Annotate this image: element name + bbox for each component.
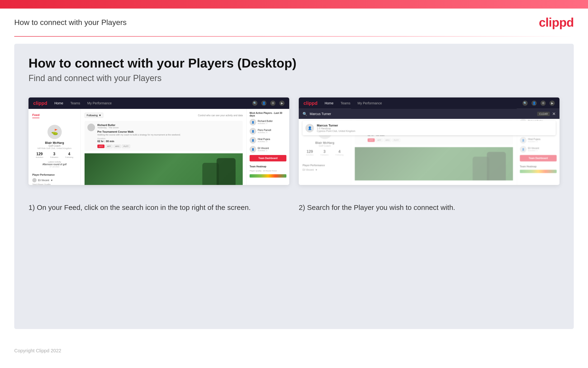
duration-val-1: 02 hr : 00 min: [97, 140, 240, 143]
player-avatar-1-2: 👤: [250, 137, 256, 144]
caption-2: 2) Search for the Player you wish to con…: [299, 197, 560, 218]
search-result[interactable]: 👤 Marcus Turner 1-5 Handicap Cypress Poi…: [303, 121, 556, 135]
player-performance-section-2: Player Performance Eli Vincent ▼: [303, 164, 347, 171]
following-bar-1: Following ▼ Control who can see your act…: [85, 113, 243, 118]
player-select-2: Eli Vincent ▼: [303, 169, 347, 171]
activity-avatar-1: [88, 124, 95, 131]
profile-role-1: Golf Coach: [32, 145, 77, 147]
player-info-1-1: Piers Parnell Activities: 4: [258, 129, 271, 134]
activity-content-1: Richard Butler Yesterday · The Grove Pre…: [97, 124, 240, 148]
search-icon-2[interactable]: 🔍: [522, 101, 528, 106]
player-info-1-2: Hiral Pujara Activities: 3: [258, 138, 270, 143]
heatmap-title-1: Team Heatmap: [250, 165, 286, 168]
footer: Copyright Clippd 2022: [0, 343, 588, 358]
heatmap-title-2: Team Heatmap: [520, 165, 557, 168]
close-icon[interactable]: ✕: [552, 111, 556, 117]
stat-following-2: 4 Following: [335, 149, 344, 156]
app-body-1: Feed ⛳ Blair McHarg Golf Coach Mill Ride…: [28, 109, 289, 185]
avatar-icon-2[interactable]: ▶: [550, 101, 555, 106]
settings-icon-1[interactable]: ⚙: [270, 101, 275, 106]
header-divider: [14, 36, 574, 37]
header: How to connect with your Players clippd: [0, 9, 588, 36]
copyright: Copyright Clippd 2022: [14, 348, 61, 353]
nav-myperformance-2: My Performance: [357, 101, 382, 105]
player-info-1-0: Richard Butler Activities: 7: [258, 120, 273, 125]
player-avatar-1-0: 👤: [250, 119, 256, 126]
player-row-2-3: 👤 Eli Vincent Activities: 1: [520, 146, 557, 153]
stats-row-1: 129 Activities 3 Followers 4 Following: [32, 152, 77, 158]
golf-image-1: [85, 153, 243, 185]
tag-arg-1[interactable]: ARG: [114, 145, 121, 148]
result-info: Marcus Turner 1-5 Handicap Cypress Point…: [317, 124, 355, 132]
clear-button[interactable]: CLEAR: [537, 112, 550, 116]
activity-title-1: Pre Tournament Course Walk: [97, 130, 240, 133]
player-list-1: 👤 Richard Butler Activities: 7 👤 Piers P…: [250, 119, 286, 153]
tag-app-1[interactable]: APP: [105, 145, 113, 148]
app-sidebar-1: Feed ⛳ Blair McHarg Golf Coach Mill Ride…: [28, 109, 81, 185]
tag-app-2: APP: [376, 138, 383, 142]
control-link-1[interactable]: Control who can see your activity and da…: [198, 114, 243, 117]
search-icon-1[interactable]: 🔍: [252, 101, 257, 106]
main-heading: How to connect with your Players (Deskto…: [28, 56, 560, 70]
caption-1: 1) On your Feed, click on the search ico…: [28, 197, 289, 218]
panel-2-body-wrapper: Feed ⛳ Blair McHarg Golf Coach 129 Activ…: [299, 109, 560, 185]
stat-followers-1: 3 Followers: [50, 152, 58, 158]
panel-1-feed: clippd Home Teams My Performance 🔍 👤 ⚙ ▶…: [28, 97, 289, 185]
team-dashboard-btn-2: Team Dashboard: [520, 155, 557, 161]
tag-arg-2: ARG: [384, 138, 391, 142]
tag-row-1: OTT APP ARG PUTT: [97, 145, 240, 148]
golfer1-2: [487, 152, 506, 180]
profile-name-1: Blair McHarg: [32, 141, 77, 145]
stat-activities-2: 129 Activities: [306, 149, 314, 156]
profile-club-1: Mill Ride Golf Club, United Kingdom: [32, 147, 77, 149]
tag-putt-1[interactable]: PUTT: [122, 145, 130, 148]
heatmap-bar-2: [520, 170, 557, 173]
caption-area: 1) On your Feed, click on the search ico…: [28, 197, 560, 218]
team-heatmap-2: Team Heatmap: [520, 165, 557, 173]
player-performance-section-1: Player Performance Eli Vincent ▼ Total P…: [32, 174, 77, 185]
feed-tab-1[interactable]: Feed: [32, 113, 39, 118]
player-info-2-3: Eli Vincent Activities: 1: [528, 147, 539, 152]
main-content: How to connect with your Players (Deskto…: [14, 44, 574, 329]
avatar-icon-1[interactable]: ▶: [279, 101, 284, 106]
stat-following-1: 4 Following: [65, 152, 73, 158]
duration-label-1: Duration: [97, 138, 240, 140]
app-logo-1: clippd: [33, 101, 47, 106]
top-bar: [0, 0, 588, 9]
nav-myperformance-1: My Performance: [87, 101, 112, 105]
following-dropdown-1[interactable]: Following ▼: [85, 113, 103, 118]
app-feed-1: Following ▼ Control who can see your act…: [81, 109, 246, 185]
heatmap-sub-1: Player Quality · 20 Round Trend: [250, 170, 286, 172]
player-select-1[interactable]: Eli Vincent ▼: [32, 178, 77, 182]
golfer1-1: [217, 158, 236, 185]
player-avatar-2-2: 👤: [520, 137, 527, 144]
profile-name-2: Blair McHarg: [303, 141, 347, 145]
team-dashboard-btn-1[interactable]: Team Dashboard: [250, 155, 286, 161]
settings-icon-2[interactable]: ⚙: [541, 101, 546, 106]
activity-user-1: Richard Butler Yesterday · The Grove: [97, 124, 240, 129]
page-title: How to connect with your Players: [14, 18, 127, 27]
activity-card-1: Richard Butler Yesterday · The Grove Pre…: [85, 121, 243, 151]
player-perf-title-1: Player Performance: [32, 174, 77, 176]
result-club: Cypress Point Club, United Kingdom: [317, 130, 355, 132]
search-input[interactable]: Marcus Turner: [310, 112, 535, 116]
result-name: Marcus Turner: [317, 124, 355, 127]
user-icon-1[interactable]: 👤: [261, 101, 266, 106]
golf-image-2: [355, 147, 513, 180]
player-avatar-2-3: 👤: [520, 146, 527, 153]
tag-ott-1[interactable]: OTT: [97, 145, 105, 148]
stats-row-2: 129 Activities 3 Followers 4 Following: [303, 149, 347, 156]
search-bar: 🔍 Marcus Turner CLEAR ✕: [299, 109, 560, 119]
latest-activity-label-1: Latest Activity: [32, 161, 77, 163]
nav-home-1: Home: [54, 101, 63, 105]
tag-row-2: OTT APP ARG PUTT: [368, 138, 510, 142]
heatmap-bar-1: [250, 174, 286, 178]
player-avatar-1-3: 👤: [250, 146, 256, 153]
player-row-1-1: 👤 Piers Parnell Activities: 4: [250, 128, 286, 135]
player-row-1-2: 👤 Hiral Pujara Activities: 3: [250, 137, 286, 144]
result-avatar: 👤: [305, 124, 314, 132]
user-icon-2[interactable]: 👤: [531, 101, 537, 106]
search-icon-overlay: 🔍: [303, 112, 307, 116]
player-info-1-3: Eli Vincent Activities: 1: [258, 147, 269, 152]
search-overlay: 🔍 Marcus Turner CLEAR ✕ 👤 Marcus Turner …: [299, 109, 560, 137]
